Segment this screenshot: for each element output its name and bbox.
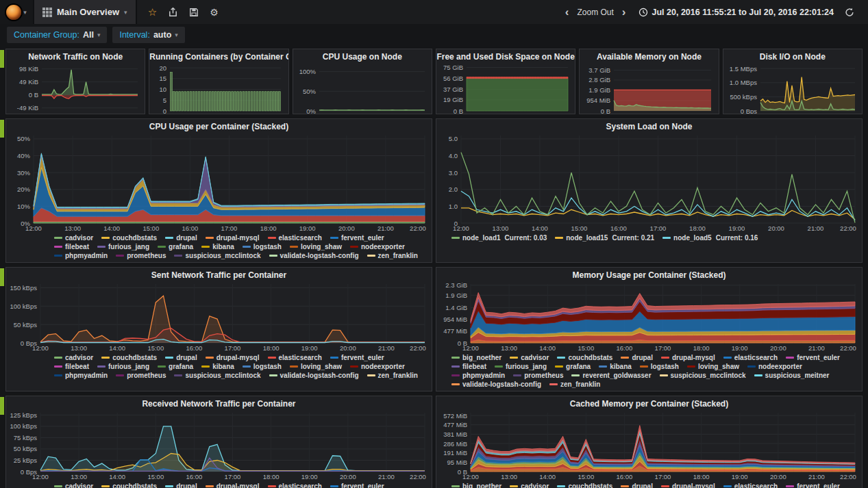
- available-memory-chart[interactable]: 3.7 GiB2.8 GiB1.9 GiB954 MiB0 B: [581, 63, 715, 114]
- legend-item[interactable]: kibana: [599, 362, 632, 371]
- panel-title[interactable]: CPU Usage per Container (Stacked): [6, 119, 432, 132]
- panel-title[interactable]: Free and Used Disk Space on Node: [436, 49, 575, 62]
- panel-title[interactable]: System Load on Node: [436, 119, 862, 132]
- legend-item[interactable]: nodeexporter: [747, 362, 802, 371]
- legend-item[interactable]: zen_franklin: [367, 371, 418, 380]
- legend-item[interactable]: filebeat: [451, 362, 486, 371]
- dashboard-picker[interactable]: Main Overview ▾: [34, 0, 137, 24]
- time-range-button[interactable]: Jul 20, 2016 11:55:21 to Jul 20, 2016 22…: [638, 8, 834, 17]
- panel-title[interactable]: Running Containers (by Container Group): [149, 49, 288, 62]
- legend-item[interactable]: drupal: [165, 233, 197, 242]
- legend-item[interactable]: node_load1Current: 0.03: [451, 233, 547, 242]
- cpu-node-chart[interactable]: 100%50%0%: [295, 63, 429, 114]
- legend-item[interactable]: elasticsearch: [268, 353, 322, 362]
- legend-item[interactable]: logstash: [640, 362, 679, 371]
- panel-title[interactable]: Sent Network Traffic per Container: [6, 268, 432, 281]
- legend-item[interactable]: couchdbstats: [557, 353, 612, 362]
- running-containers-chart[interactable]: 20151050: [151, 63, 285, 114]
- legend-item[interactable]: grafana: [555, 362, 591, 371]
- panel-title[interactable]: Disk I/O on Node: [723, 49, 862, 62]
- legend-item[interactable]: nodeexporter: [350, 242, 405, 251]
- legend-item[interactable]: fervent_euler: [330, 482, 384, 488]
- legend-item[interactable]: cadvisor: [54, 233, 93, 242]
- legend-item[interactable]: validate-logstash-config: [269, 251, 359, 260]
- legend-item[interactable]: elasticsearch: [723, 482, 778, 488]
- row-collapse-handle[interactable]: [0, 120, 4, 138]
- disk-space-chart[interactable]: 75 GiB56 GiB37 GiB19 GiB0 B: [438, 63, 572, 114]
- legend-item[interactable]: filebeat: [54, 242, 89, 251]
- legend-item[interactable]: phpmyadmin: [54, 251, 108, 260]
- legend-item[interactable]: drupal-mysql: [206, 482, 260, 488]
- legend-item[interactable]: drupal-mysql: [206, 353, 260, 362]
- cached-memory-chart[interactable]: 572 MiB477 MiB381 MiB286 MiB191 MiB95 Mi…: [438, 410, 859, 481]
- legend-item[interactable]: drupal: [621, 482, 653, 488]
- legend-item[interactable]: loving_shaw: [687, 362, 739, 371]
- legend-item[interactable]: filebeat: [54, 362, 89, 371]
- panel-title[interactable]: Received Network Traffic per Container: [6, 396, 432, 409]
- legend-item[interactable]: phpmyadmin: [54, 371, 108, 380]
- panel-title[interactable]: Memory Usage per Container (Stacked): [436, 268, 862, 281]
- settings-button[interactable]: ⚙: [206, 3, 223, 21]
- interval-select[interactable]: Interval: auto ▾: [112, 27, 184, 43]
- legend-item[interactable]: couchdbstats: [101, 233, 157, 242]
- system-load-chart[interactable]: 5.04.03.02.01.0012:0013:0014:0015:0016:0…: [438, 133, 859, 233]
- received-network-chart[interactable]: 125 kBps100 kBps75 kBps50 kBps25 kBps0 B…: [8, 410, 429, 481]
- legend-item[interactable]: reverent_goldwasser: [571, 371, 651, 380]
- legend-item[interactable]: big_noether: [451, 482, 501, 488]
- legend-item[interactable]: couchdbstats: [101, 353, 157, 362]
- legend-item[interactable]: prometheus: [513, 371, 563, 380]
- legend-item[interactable]: grafana: [158, 242, 193, 251]
- legend-item[interactable]: fervent_euler: [786, 482, 840, 488]
- legend-item[interactable]: logstash: [243, 362, 282, 371]
- save-button[interactable]: [185, 3, 203, 21]
- legend-item[interactable]: loving_shaw: [290, 362, 342, 371]
- panel-title[interactable]: Network Traffic on Node: [6, 49, 145, 62]
- legend-item[interactable]: cadvisor: [54, 482, 93, 488]
- grafana-logo[interactable]: ▾: [0, 0, 34, 24]
- legend-item[interactable]: furious_jang: [495, 362, 547, 371]
- legend-item[interactable]: node_load5Current: 0.16: [662, 233, 758, 242]
- row-collapse-handle[interactable]: [0, 397, 4, 415]
- time-back-button[interactable]: ‹: [564, 6, 571, 18]
- legend-item[interactable]: zen_franklin: [549, 380, 600, 389]
- legend-item[interactable]: cadvisor: [54, 353, 93, 362]
- panel-title[interactable]: Available Memory on Node: [580, 49, 718, 62]
- legend-item[interactable]: suspicious_mcclintock: [174, 371, 260, 380]
- memory-per-container-chart[interactable]: 2.3 GiB1.9 GiB1.4 GiB954 MiB477 MiB0 B12…: [438, 281, 859, 352]
- legend-item[interactable]: couchdbstats: [101, 482, 157, 488]
- legend-item[interactable]: suspicious_mcclintock: [174, 251, 260, 260]
- legend-item[interactable]: grafana: [158, 362, 193, 371]
- sent-network-chart[interactable]: 150 kBps100 kBps50 kBps0 Bps12:0013:0014…: [8, 281, 429, 352]
- legend-item[interactable]: kibana: [201, 242, 234, 251]
- legend-item[interactable]: couchdbstats: [557, 482, 612, 488]
- legend-item[interactable]: prometheus: [116, 371, 166, 380]
- legend-item[interactable]: drupal: [165, 353, 197, 362]
- panel-title[interactable]: CPU Usage on Node: [293, 49, 432, 62]
- legend-item[interactable]: elasticsearch: [268, 233, 322, 242]
- legend-item[interactable]: loving_shaw: [290, 242, 342, 251]
- legend-item[interactable]: drupal-mysql: [206, 233, 260, 242]
- legend-item[interactable]: drupal-mysql: [661, 482, 715, 488]
- legend-item[interactable]: prometheus: [116, 251, 166, 260]
- share-button[interactable]: [164, 3, 182, 21]
- zoom-out-button[interactable]: Zoom Out: [578, 8, 614, 17]
- legend-item[interactable]: furious_jang: [97, 362, 149, 371]
- legend-item[interactable]: elasticsearch: [268, 482, 322, 488]
- legend-item[interactable]: elasticsearch: [723, 353, 778, 362]
- time-forward-button[interactable]: ›: [621, 6, 628, 18]
- network-traffic-chart[interactable]: 98 KiB49 KiB0 B-49 KiB: [8, 63, 142, 114]
- legend-item[interactable]: fervent_euler: [786, 353, 840, 362]
- legend-item[interactable]: fervent_euler: [330, 233, 384, 242]
- cpu-per-container-chart[interactable]: 50%40%30%20%10%0%12:0013:0014:0015:0016:…: [8, 133, 429, 233]
- star-button[interactable]: ☆: [144, 3, 162, 21]
- legend-item[interactable]: drupal: [165, 482, 197, 488]
- legend-item[interactable]: cadvisor: [510, 353, 549, 362]
- container-group-select[interactable]: Container Group: All ▾: [7, 27, 107, 43]
- legend-item[interactable]: node_load15Current: 0.21: [555, 233, 654, 242]
- legend-item[interactable]: logstash: [243, 242, 282, 251]
- disk-io-chart[interactable]: 1.5 MBps1.0 MBps500 kBps0 Bps: [725, 63, 859, 114]
- legend-item[interactable]: suspicious_meitner: [754, 371, 830, 380]
- legend-item[interactable]: cadvisor: [510, 482, 549, 488]
- row-collapse-handle[interactable]: [0, 50, 4, 68]
- legend-item[interactable]: furious_jang: [97, 242, 149, 251]
